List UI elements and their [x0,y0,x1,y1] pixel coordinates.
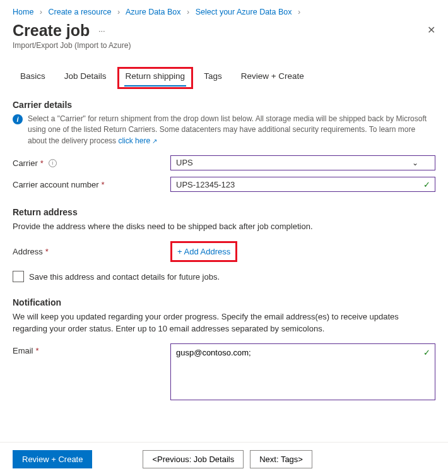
more-actions-button[interactable]: ··· [98,26,105,35]
carrier-details-heading: Carrier details [13,100,435,110]
breadcrumb-create-resource[interactable]: Create a resource [48,8,111,16]
address-label: Address * [13,247,170,256]
carrier-account-input[interactable] [170,177,435,192]
carrier-select[interactable]: UPS ⌄ [170,155,435,170]
carrier-label: Carrier * i [13,158,170,168]
tab-tags[interactable]: Tags [196,68,230,88]
chevron-right-icon: › [183,8,193,16]
chevron-right-icon: › [114,8,124,16]
next-button[interactable]: Next: Tags> [250,450,312,468]
info-icon: i [13,114,23,124]
email-input[interactable]: gusp@contoso.com; [170,343,435,400]
email-label: Email * [13,343,170,355]
tab-return-shipping[interactable]: Return shipping [118,68,193,88]
tab-bar: Basics Job Details Return shipping Tags … [13,68,435,88]
help-icon[interactable]: i [49,159,57,167]
save-address-label: Save this address and contact details fo… [29,272,220,282]
tab-job-details[interactable]: Job Details [57,68,114,88]
return-address-heading: Return address [13,207,435,217]
tab-basics[interactable]: Basics [13,68,53,88]
close-icon[interactable]: ✕ [427,21,435,36]
page-subtitle: Import/Export Job (Import to Azure) [13,41,131,50]
add-address-button[interactable]: + Add Address [172,243,235,260]
return-address-desc: Provide the address where the disks need… [13,221,435,232]
breadcrumb-azure-data-box[interactable]: Azure Data Box [126,8,181,16]
review-create-button[interactable]: Review + Create [13,450,92,468]
page-title: Create job [13,21,90,40]
click-here-link[interactable]: click here ↗ [118,136,157,145]
breadcrumb: Home › Create a resource › Azure Data Bo… [13,5,435,20]
external-link-icon: ↗ [152,138,157,145]
notification-heading: Notification [13,297,435,307]
breadcrumb-home[interactable]: Home [13,8,33,16]
notification-desc: We will keep you updated regarding your … [13,311,435,334]
previous-button[interactable]: <Previous: Job Details [143,450,244,468]
chevron-right-icon: › [294,8,304,16]
carrier-account-label: Carrier account number * [13,180,170,189]
breadcrumb-select-data-box[interactable]: Select your Azure Data Box [196,8,292,16]
tab-review-create[interactable]: Review + Create [233,68,312,88]
carrier-info-text: Select a "Carrier" for return shipment f… [28,114,435,146]
footer-bar: Review + Create <Previous: Job Details N… [0,442,448,476]
chevron-right-icon: › [36,8,46,16]
chevron-down-icon: ⌄ [412,158,418,167]
save-address-checkbox[interactable] [13,271,24,282]
